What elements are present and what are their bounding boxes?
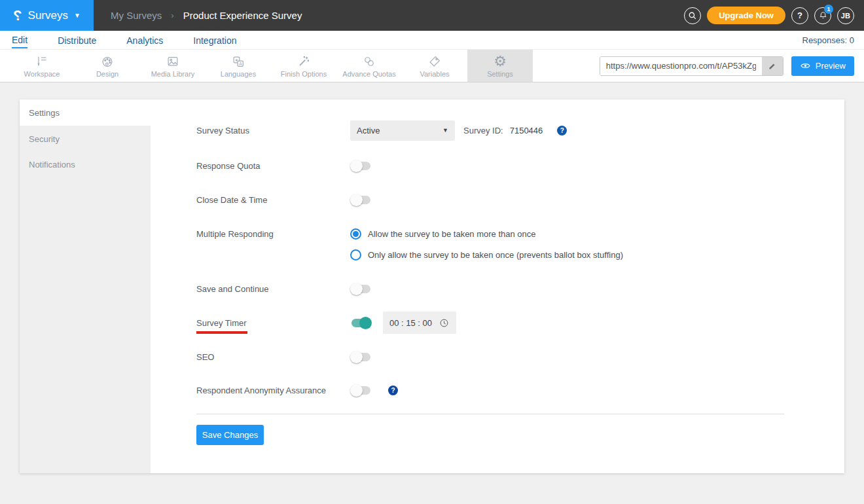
tab-analytics[interactable]: Analytics [126,33,163,48]
respondent-anonymity-label: Respondent Anonymity Assurance [196,386,350,395]
radio-allow-once-label: Only allow the survey to be taken once (… [368,250,623,260]
chevron-down-icon [442,127,448,134]
help-button[interactable]: ? [791,7,808,24]
response-quota-row: Response Quota [196,159,372,172]
save-changes-button[interactable]: Save Changes [196,425,264,445]
toolbar-item-finish-options[interactable]: Finish Options [271,50,336,82]
respondent-anonymity-toggle[interactable] [350,384,372,397]
toolbar-item-design[interactable]: Design [75,50,140,82]
user-avatar[interactable]: JB [837,7,854,24]
sidebar-item-settings[interactable]: Settings [20,99,151,126]
share-url-input[interactable] [600,57,762,75]
multiple-responding-row: Multiple Responding Allow the survey to … [196,227,536,240]
product-menu[interactable]: ? Surveys [0,0,94,31]
media-library-icon [166,54,180,69]
toolbar-item-languages[interactable]: ★ A Languages [206,50,271,82]
tab-edit[interactable]: Edit [12,32,27,48]
survey-status-row: Survey Status Active Survey ID: 7150446 … [196,120,567,141]
sidebar-item-notifications[interactable]: Notifications [20,151,151,177]
edit-url-button[interactable] [762,57,783,75]
tab-distribute[interactable]: Distribute [58,33,96,48]
toolbar-item-label: Advance Quotas [342,70,395,78]
settings-card: Settings Security Notifications Survey S… [20,99,844,473]
sidebar-item-label: Notifications [29,160,75,170]
breadcrumb-separator-icon: › [171,10,173,20]
responses-count: Responses: 0 [802,35,855,45]
survey-timer-label: Survey Timer [196,318,350,328]
settings-sidebar [20,126,151,473]
toolbar-item-label: Languages [221,70,256,78]
share-url-wrapper [600,56,783,76]
breadcrumb-parent[interactable]: My Surveys [111,10,162,21]
eye-icon [800,62,811,70]
seo-label: SEO [196,352,350,362]
toolbar-item-label: Settings [487,70,513,78]
search-button[interactable] [684,7,701,24]
finish-options-icon [297,54,311,69]
multiple-responding-option2-row: Only allow the survey to be taken once (… [196,248,623,261]
toolbar-item-label: Media Library [151,70,195,78]
section-nav: Edit Distribute Analytics Integration Re… [0,31,864,50]
survey-timer-toggle[interactable] [350,317,372,329]
survey-timer-row: Survey Timer [196,316,372,329]
pencil-icon [768,62,777,71]
questionpro-logo-icon: ? [13,9,22,23]
radio-allow-multiple-label: Allow the survey to be taken more than o… [368,229,536,239]
notifications-button[interactable]: 1 [814,7,831,24]
seo-toggle[interactable] [350,351,372,363]
response-quota-label: Response Quota [196,161,350,171]
radio-allow-once[interactable] [350,249,361,261]
respondent-anonymity-help-icon[interactable]: ? [388,386,398,395]
toolbar-item-advance-quotas[interactable]: Advance Quotas [336,50,402,82]
toolbar-item-media-library[interactable]: Media Library [140,50,206,82]
survey-timer-red-underline [196,331,247,334]
header-actions: Upgrade Now ? 1 JB [684,0,864,31]
save-continue-row: Save and Continue [196,282,372,295]
upgrade-now-button[interactable]: Upgrade Now [707,7,785,24]
product-menu-label: Surveys [28,9,68,22]
toolbar-item-workspace[interactable]: Workspace [9,50,75,82]
preview-label: Preview [816,61,846,71]
survey-id-label: Survey ID: [463,126,503,135]
sidebar-item-label: Settings [29,108,60,118]
top-header: ? Surveys My Surveys › Product Experienc… [0,0,864,31]
close-date-label: Close Date & Time [196,195,350,205]
clock-icon [439,317,450,329]
respondent-anonymity-row: Respondent Anonymity Assurance ? [196,384,398,397]
chevron-down-icon [74,12,81,19]
seo-row: SEO [196,350,372,363]
survey-status-label: Survey Status [196,126,350,135]
sidebar-item-security[interactable]: Security [20,126,151,152]
multiple-responding-label: Multiple Responding [196,229,350,239]
tab-integration[interactable]: Integration [193,33,236,48]
workspace-icon [35,54,49,69]
survey-id-value: 7150446 [510,126,543,135]
radio-allow-multiple[interactable] [350,228,361,240]
advance-quotas-icon [362,54,376,69]
survey-status-value: Active [357,126,380,135]
survey-timer-time-input[interactable]: 00 : 15 : 00 [383,312,456,334]
toolbar-item-label: Workspace [24,70,60,78]
question-mark-icon: ? [797,10,802,20]
variables-icon [427,54,442,69]
toolbar-item-variables[interactable]: Variables [402,50,467,82]
share-url-group: Preview [600,50,864,82]
sidebar-item-label: Security [29,134,60,144]
edit-toolbar: Workspace Design Media Library [0,50,864,82]
survey-status-select[interactable]: Active [350,120,455,141]
toolbar-item-label: Design [96,70,118,78]
toolbar-item-settings[interactable]: Settings [467,50,533,82]
form-divider [196,414,784,414]
save-continue-toggle[interactable] [350,283,372,295]
notification-count-badge: 1 [824,5,833,14]
toolbar-item-label: Finish Options [281,70,327,78]
close-date-row: Close Date & Time [196,193,372,206]
breadcrumb-current: Product Experience Survey [183,10,302,21]
survey-id-help-icon[interactable]: ? [557,126,567,135]
close-date-toggle[interactable] [350,194,372,206]
languages-icon: ★ A [231,54,245,69]
preview-button[interactable]: Preview [791,56,854,76]
design-icon [100,54,115,69]
response-quota-toggle[interactable] [350,160,372,172]
search-icon [687,10,698,21]
